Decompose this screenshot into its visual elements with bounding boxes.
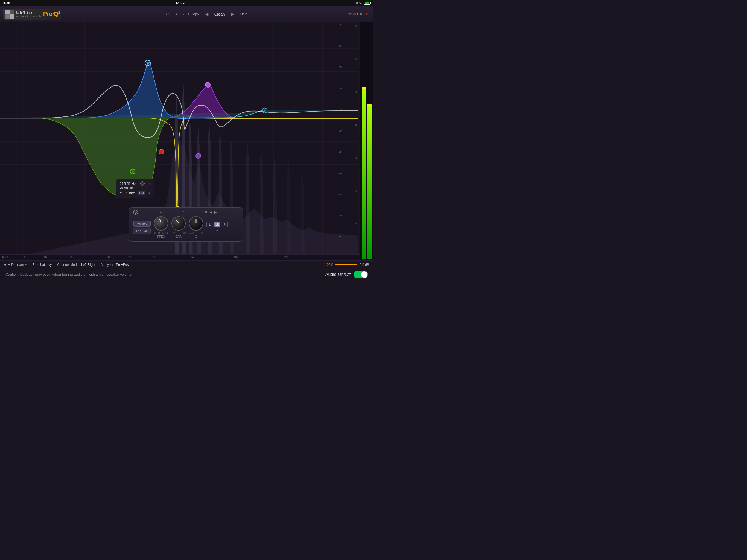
- midi-learn-button[interactable]: MIDI Learn ▼: [8, 263, 27, 266]
- gain-knob-section: -30 +30 GAIN: [172, 216, 186, 238]
- right-controls: 100% 0.0 dB: [135, 263, 369, 266]
- channel-buttons: L LR R ✂: [206, 222, 228, 233]
- freq-popup: 215.56 Hz 🎧 × -6.68 dB Q: 1.000 Dbl ▼: [116, 179, 154, 198]
- copy-label[interactable]: Copy: [190, 12, 199, 16]
- vu-right-bar: [367, 106, 371, 259]
- svg-point-42: [131, 170, 134, 173]
- vu-meter: [360, 22, 374, 260]
- band-3-dot[interactable]: [205, 82, 210, 87]
- svg-point-43: [264, 109, 266, 111]
- caution-bar: Caution: feedback may occur when turning…: [0, 269, 374, 280]
- logo-software-text: software instruments: [16, 15, 42, 17]
- freq-20: 20: [5, 256, 8, 259]
- ab-copy-group[interactable]: A/B Copy: [183, 12, 199, 16]
- gain-knob-label: GAIN: [175, 235, 182, 238]
- freq-500: 500: [107, 256, 111, 259]
- logo-grid: [5, 10, 14, 19]
- freq-10k: 10k: [234, 256, 238, 259]
- bottom-bar: MIDI Learn ▼ Zero Latency Channel Mode: …: [0, 260, 374, 269]
- scale-icon[interactable]: ⊞: [2, 256, 4, 259]
- freq-20k: 20k: [284, 256, 289, 259]
- redo-button[interactable]: ↪: [172, 11, 179, 17]
- logo-fabfilter-text: fabfilter: [16, 11, 42, 15]
- band-panel: ⏻ 0 dB 1 ⚙ ◀ ▶ × (Multiple) 12 dB/oct 10…: [129, 207, 243, 242]
- channel-row-1: L LR R: [206, 222, 228, 227]
- zoom-slider[interactable]: [335, 264, 357, 265]
- top-right: 12 dB 0 +2.3: [349, 12, 370, 16]
- svg-point-41: [146, 61, 149, 64]
- slope-button[interactable]: 12 dB/oct: [133, 228, 151, 234]
- filter-type-section: (Multiple) 12 dB/oct: [133, 221, 151, 234]
- freq-min: 10 Hz: [154, 232, 160, 234]
- vu-left-channel: [362, 24, 366, 259]
- freq-50: 50: [24, 256, 27, 259]
- freq-200: 200: [69, 256, 74, 259]
- freq-2k: 2k: [153, 256, 156, 259]
- gain-max: +30: [182, 232, 186, 234]
- channel-mode-value[interactable]: Left/Right: [81, 263, 95, 266]
- toggle-knob: [361, 271, 367, 278]
- midi-dot: [4, 264, 6, 265]
- freq-popup-row-1: 215.56 Hz 🎧 ×: [120, 181, 151, 186]
- time-label: 14:39: [175, 1, 184, 5]
- vu-left-bar: [362, 90, 366, 259]
- mode-btn[interactable]: Dbl: [137, 191, 146, 195]
- help-button[interactable]: Help: [240, 12, 248, 16]
- band-number-label: 1: [183, 210, 185, 214]
- filter-type-button[interactable]: (Multiple): [133, 221, 151, 227]
- ch-lr-button[interactable]: LR: [214, 222, 221, 227]
- zero-db-center-label: 0 dB: [158, 211, 163, 214]
- audio-toggle-switch[interactable]: [354, 271, 368, 278]
- top-bar: fabfilter software instruments Pro·Q2 ↩ …: [0, 6, 374, 22]
- q-knob-section: 0.025 40 Q: [189, 216, 203, 238]
- band-gear-icon[interactable]: ⚙: [205, 210, 208, 214]
- listen-icon[interactable]: 🎧: [140, 181, 145, 186]
- gain-knob[interactable]: [172, 216, 186, 230]
- band-4-dot[interactable]: [196, 153, 201, 158]
- band-power-button[interactable]: ⏻: [133, 210, 138, 215]
- band-close-button[interactable]: ×: [236, 210, 239, 214]
- ch-r-button[interactable]: R: [221, 222, 228, 227]
- popup-expand[interactable]: ▼: [148, 192, 151, 195]
- vu-right-channel: [367, 24, 371, 259]
- scissors-button[interactable]: ✂: [215, 228, 219, 233]
- clean-label[interactable]: Clean: [214, 12, 225, 17]
- freq-popup-row-3: Q: 1.000 Dbl ▼: [120, 191, 151, 195]
- freq-axis: 20 50 100 200 500 1k 2k 5k 10k 20k ⊞: [0, 254, 360, 260]
- q-label-popup: Q:: [120, 191, 124, 195]
- band-nav-next[interactable]: ▶: [214, 210, 217, 214]
- db-range-label: 12 dB: [349, 12, 358, 16]
- analyzer-value[interactable]: Pre+Post: [116, 263, 130, 266]
- band-1-dot[interactable]: [159, 149, 164, 154]
- freq-5k: 5k: [191, 256, 195, 259]
- prev-preset-button[interactable]: ◀: [203, 11, 210, 17]
- next-preset-button[interactable]: ▶: [229, 11, 236, 17]
- gain-range: -30 +30: [172, 232, 186, 234]
- gain-value: -6.68 dB: [120, 186, 133, 190]
- q-knob-label: Q: [195, 235, 198, 238]
- freq-popup-close[interactable]: ×: [149, 181, 151, 186]
- freq-knob-label: FREQ: [157, 235, 165, 238]
- freq-max: 30 kHz: [162, 232, 169, 234]
- zoom-label: 100%: [325, 263, 334, 266]
- gain-offset-label: 0.0 dB: [360, 263, 369, 266]
- zero-latency-label[interactable]: Zero Latency: [32, 263, 52, 266]
- audio-onoff-label: Audio On/Off: [325, 272, 351, 277]
- channel-mode-item: Channel Mode: Left/Right: [57, 263, 95, 266]
- freq-range: 10 Hz 30 kHz: [154, 232, 168, 234]
- q-range: 0.025 40: [189, 232, 203, 234]
- gain-min: -30: [172, 232, 175, 234]
- freq-knob[interactable]: [154, 216, 168, 230]
- q-min: 0.025: [189, 232, 195, 234]
- channel-mode-label-text: Channel Mode:: [57, 263, 79, 266]
- q-knob[interactable]: [189, 216, 203, 230]
- zero-latency-item: Zero Latency: [32, 263, 52, 266]
- battery-label: 100%: [354, 1, 362, 5]
- freq-1k: 1k: [129, 256, 132, 259]
- ipad-status-bar: iPad 14:39 ✦ 100%: [0, 0, 374, 6]
- bluetooth-icon: ✦: [350, 1, 352, 5]
- ch-l-button[interactable]: L: [206, 222, 213, 227]
- ab-label[interactable]: A/B: [183, 12, 189, 16]
- band-nav-prev[interactable]: ◀: [210, 210, 212, 214]
- undo-button[interactable]: ↩: [164, 11, 171, 17]
